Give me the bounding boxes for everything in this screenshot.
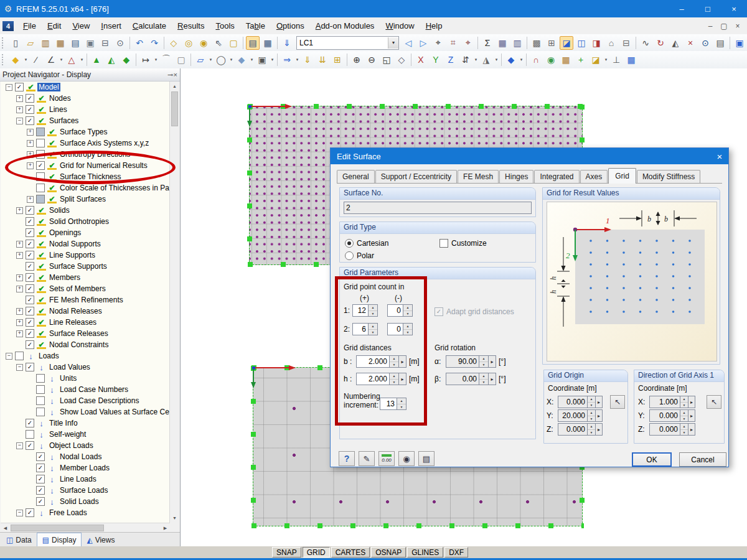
work-plane-icon[interactable]: ◮ xyxy=(479,53,493,67)
ok-button[interactable]: OK xyxy=(632,452,672,467)
undo-icon[interactable]: ↶ xyxy=(133,36,146,50)
dropdown-arrow-icon[interactable]: ▾ xyxy=(79,57,85,62)
tree-item-fe-mesh-refinements[interactable]: ✓✔FE Mesh Refinements xyxy=(1,294,170,306)
tree-item-lines[interactable]: +✓✔Lines xyxy=(1,104,170,115)
copy-object-icon[interactable]: ▣ xyxy=(255,53,269,67)
origin-z-spinner[interactable]: ▲▼ xyxy=(588,423,596,436)
dialog-tab-modify-stiffness[interactable]: Modify Stiffness xyxy=(637,170,700,183)
navigator-vertical-scrollbar[interactable]: ▲ ▼ xyxy=(169,82,179,532)
axis-z-spinner[interactable]: ▲▼ xyxy=(680,423,688,436)
show-tables-icon[interactable]: ▤ xyxy=(246,36,260,50)
origin-z-detail-button[interactable]: ▸ xyxy=(596,423,603,436)
tree-item-sets-of-members[interactable]: +✓✔Sets of Members xyxy=(1,283,170,294)
tree-item-surface-axis-systems-x-y-z[interactable]: +✔Surface Axis Systems x,y,z xyxy=(1,138,170,149)
navigator-horizontal-scrollbar[interactable]: ◀ ▶ xyxy=(1,523,170,532)
axis-y-detail-button[interactable]: ▸ xyxy=(688,409,695,422)
tree-checkbox[interactable] xyxy=(26,430,34,439)
statusbar-toggle-grid[interactable]: GRID xyxy=(303,547,330,558)
tree-item-line-loads[interactable]: ✓↓Line Loads xyxy=(1,474,170,485)
surface-axes-icon[interactable]: ◫ xyxy=(575,36,588,50)
mdi-minimize-button[interactable]: – xyxy=(703,22,717,30)
origin-pick-button[interactable]: ↖ xyxy=(610,395,625,409)
nodal-support-icon[interactable]: ▲ xyxy=(90,53,103,67)
tree-checkbox[interactable]: ✓ xyxy=(26,508,34,517)
nodal-load-icon[interactable]: ⇓ xyxy=(301,53,314,67)
menu-view[interactable]: View xyxy=(67,19,95,33)
tree-checkbox[interactable]: ✓ xyxy=(36,475,45,483)
close-button[interactable]: × xyxy=(721,0,747,17)
tree-checkbox[interactable] xyxy=(36,408,45,416)
print-preview-icon[interactable]: ⊙ xyxy=(113,36,127,50)
dialog-tab-integrated[interactable]: Integrated xyxy=(534,170,579,183)
tree-item-line-supports[interactable]: +✓✔Line Supports xyxy=(1,250,170,261)
find-node-icon[interactable]: ◎ xyxy=(182,36,195,50)
beta-spinner[interactable]: ▲▼ xyxy=(479,373,489,385)
measure-icon[interactable]: ⌖ xyxy=(461,36,475,50)
tree-expander-icon[interactable]: + xyxy=(16,308,23,315)
cancel-button[interactable]: Cancel xyxy=(679,452,726,467)
export-icon[interactable]: ▦ xyxy=(54,36,67,50)
tree-expander-icon[interactable]: + xyxy=(16,207,23,214)
tree-item-surface-types[interactable]: +✔Surface Types xyxy=(1,126,170,138)
tree-checkbox[interactable]: ✓ xyxy=(36,452,45,461)
origin-y-spinner[interactable]: ▲▼ xyxy=(588,409,596,422)
mdi-close-button[interactable]: × xyxy=(731,22,745,30)
tree-checkbox[interactable]: ✓ xyxy=(36,497,45,506)
origin-x-detail-button[interactable]: ▸ xyxy=(596,396,603,408)
redo-icon[interactable]: ↷ xyxy=(148,36,161,50)
tree-checkbox[interactable]: ✓ xyxy=(26,419,34,427)
dimension-xx-icon[interactable]: ⌗ xyxy=(446,36,460,50)
dialog-tab-grid[interactable]: Grid xyxy=(608,168,636,184)
tree-expander-icon[interactable]: − xyxy=(16,442,23,449)
tree-item-openings[interactable]: ✓✔Openings xyxy=(1,227,170,238)
tree-checkbox[interactable] xyxy=(15,352,24,360)
tree-checkbox[interactable]: ✓ xyxy=(26,284,34,293)
navigator-tab-views[interactable]: ◭Views xyxy=(82,533,120,547)
dialog-close-icon[interactable]: × xyxy=(713,150,726,162)
surface-no-field[interactable]: 2 xyxy=(344,202,532,214)
tree-checkbox[interactable]: ✓ xyxy=(36,464,45,472)
tree-checkbox[interactable]: ✓ xyxy=(26,340,34,349)
zoom-out-icon[interactable]: ⊖ xyxy=(365,53,378,67)
insert-arc-icon[interactable]: ⌒ xyxy=(159,53,173,67)
new-file-icon[interactable]: ▯ xyxy=(9,36,22,50)
dialog-tab-axes[interactable]: Axes xyxy=(580,170,608,183)
tree-expander-icon[interactable]: + xyxy=(16,330,23,337)
member-load-icon[interactable]: ⇊ xyxy=(316,53,329,67)
axis-x-spinner[interactable]: ▲▼ xyxy=(680,396,688,408)
origin-y-detail-button[interactable]: ▸ xyxy=(596,409,603,422)
tree-item-model[interactable]: −✓✔Model xyxy=(1,82,170,93)
tree-checkbox[interactable] xyxy=(36,374,45,383)
view-in-x-icon[interactable]: X xyxy=(414,53,428,67)
tree-checkbox[interactable] xyxy=(36,184,45,192)
tree-item-title-info[interactable]: ✓↓Title Info xyxy=(1,418,170,429)
dialog-tab-support-eccentricity[interactable]: Support / Eccentricity xyxy=(375,170,457,183)
insert-polyline-icon[interactable]: ∠ xyxy=(44,53,58,67)
dropdown-arrow-icon[interactable]: ▾ xyxy=(603,57,609,62)
tree-checkbox[interactable]: ✓ xyxy=(26,363,34,371)
axis-z-field[interactable]: 0.000 xyxy=(649,423,680,436)
tree-checkbox[interactable]: ✓ xyxy=(26,251,34,259)
load-case-dropdown-icon[interactable]: ▾ xyxy=(388,37,398,49)
tree-checkbox[interactable]: ✓ xyxy=(26,217,34,226)
surface-grid-points-icon[interactable]: ◪ xyxy=(560,36,573,50)
color-panel-icon[interactable]: ◪ xyxy=(589,53,603,67)
tree-expander-icon[interactable]: + xyxy=(16,252,23,259)
tree-item-units[interactable]: ↓Units xyxy=(1,373,170,384)
tree-checkbox[interactable]: ✓ xyxy=(26,296,34,304)
dropdown-arrow-icon[interactable]: ▾ xyxy=(153,57,159,62)
tree-item-line-releases[interactable]: +✓✔Line Releases xyxy=(1,317,170,328)
isometric-view-icon[interactable]: ◇ xyxy=(395,53,408,67)
insert-dimension-icon[interactable]: ↦ xyxy=(139,53,153,67)
scroll-left-icon[interactable]: ◀ xyxy=(1,523,10,533)
tree-checkbox[interactable] xyxy=(36,128,45,136)
mdi-restore-button[interactable]: ▢ xyxy=(717,22,731,30)
tree-expander-icon[interactable]: + xyxy=(16,241,23,248)
dialog-tab-hinges[interactable]: Hinges xyxy=(499,170,533,183)
insert-solid-icon[interactable]: ◆ xyxy=(235,53,248,67)
tree-checkbox[interactable]: ✓ xyxy=(36,486,45,495)
navigator-tab-data[interactable]: ◫Data xyxy=(1,533,37,547)
tree-item-surface-loads[interactable]: ✓↓Surface Loads xyxy=(1,485,170,496)
print-icon[interactable]: ⊟ xyxy=(98,36,112,50)
dropdown-arrow-icon[interactable]: ▾ xyxy=(473,57,479,62)
